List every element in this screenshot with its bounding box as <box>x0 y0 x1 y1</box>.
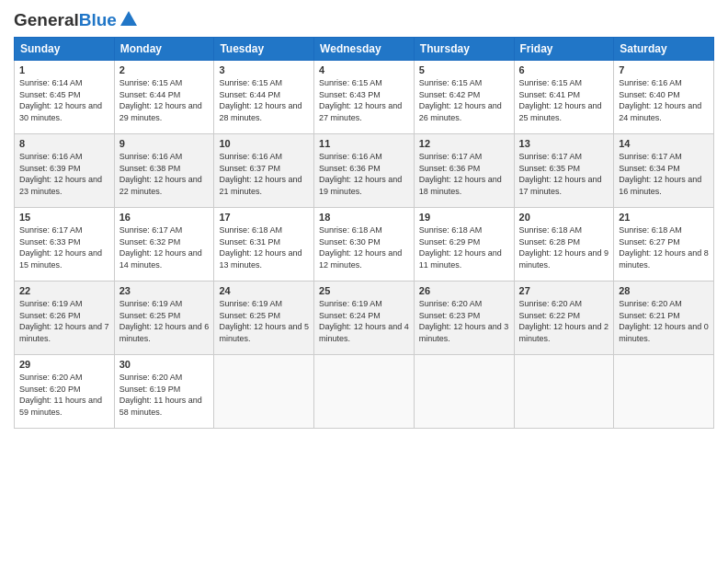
logo: GeneralBlue <box>14 9 139 29</box>
day-number: 19 <box>419 212 509 223</box>
day-number: 15 <box>19 212 109 223</box>
calendar-cell: 15Sunrise: 6:17 AMSunset: 6:33 PMDayligh… <box>15 208 115 282</box>
weekday-header-monday: Monday <box>114 38 214 61</box>
day-info: Sunrise: 6:16 AMSunset: 6:37 PMDaylight:… <box>219 151 309 197</box>
day-number: 3 <box>219 64 309 75</box>
logo-general: General <box>14 10 79 29</box>
calendar-cell <box>214 355 314 429</box>
calendar-cell: 12Sunrise: 6:17 AMSunset: 6:36 PMDayligh… <box>414 134 514 208</box>
calendar-cell: 10Sunrise: 6:16 AMSunset: 6:37 PMDayligh… <box>214 134 314 208</box>
header: GeneralBlue <box>14 9 714 29</box>
calendar-header-row: SundayMondayTuesdayWednesdayThursdayFrid… <box>15 38 714 61</box>
day-info: Sunrise: 6:16 AMSunset: 6:36 PMDaylight:… <box>319 151 409 197</box>
calendar-cell: 7Sunrise: 6:16 AMSunset: 6:40 PMDaylight… <box>614 61 714 134</box>
day-number: 2 <box>119 64 210 75</box>
page: GeneralBlue SundayMondayTuesdayWednesday… <box>0 0 728 563</box>
day-number: 29 <box>19 359 109 370</box>
day-number: 8 <box>19 138 109 149</box>
calendar-cell <box>514 355 614 429</box>
calendar-cell: 24Sunrise: 6:19 AMSunset: 6:25 PMDayligh… <box>214 282 314 355</box>
day-info: Sunrise: 6:17 AMSunset: 6:32 PMDaylight:… <box>119 224 210 270</box>
day-number: 30 <box>119 359 210 370</box>
day-info: Sunrise: 6:19 AMSunset: 6:25 PMDaylight:… <box>119 298 210 344</box>
calendar-cell: 23Sunrise: 6:19 AMSunset: 6:25 PMDayligh… <box>114 282 214 355</box>
day-number: 17 <box>219 212 309 223</box>
weekday-header-saturday: Saturday <box>614 38 714 61</box>
day-number: 11 <box>319 138 409 149</box>
day-number: 21 <box>619 212 709 223</box>
calendar-cell: 26Sunrise: 6:20 AMSunset: 6:23 PMDayligh… <box>414 282 514 355</box>
day-info: Sunrise: 6:15 AMSunset: 6:43 PMDaylight:… <box>319 77 409 123</box>
calendar-cell: 3Sunrise: 6:15 AMSunset: 6:44 PMDaylight… <box>214 61 314 134</box>
day-number: 6 <box>519 64 609 75</box>
day-info: Sunrise: 6:18 AMSunset: 6:31 PMDaylight:… <box>219 224 309 270</box>
calendar-cell: 4Sunrise: 6:15 AMSunset: 6:43 PMDaylight… <box>314 61 415 134</box>
calendar-cell: 17Sunrise: 6:18 AMSunset: 6:31 PMDayligh… <box>214 208 314 282</box>
day-number: 5 <box>419 64 509 75</box>
day-info: Sunrise: 6:15 AMSunset: 6:42 PMDaylight:… <box>419 77 509 123</box>
weekday-header-sunday: Sunday <box>15 38 115 61</box>
calendar-cell: 28Sunrise: 6:20 AMSunset: 6:21 PMDayligh… <box>614 282 714 355</box>
calendar-cell: 30Sunrise: 6:20 AMSunset: 6:19 PMDayligh… <box>114 355 214 429</box>
calendar-week-row: 22Sunrise: 6:19 AMSunset: 6:26 PMDayligh… <box>15 282 714 355</box>
day-info: Sunrise: 6:20 AMSunset: 6:19 PMDaylight:… <box>119 372 210 418</box>
day-info: Sunrise: 6:15 AMSunset: 6:44 PMDaylight:… <box>219 77 309 123</box>
calendar-cell: 8Sunrise: 6:16 AMSunset: 6:39 PMDaylight… <box>15 134 115 208</box>
day-info: Sunrise: 6:19 AMSunset: 6:24 PMDaylight:… <box>319 298 409 344</box>
logo-text: GeneralBlue <box>14 11 117 29</box>
day-info: Sunrise: 6:20 AMSunset: 6:20 PMDaylight:… <box>19 372 109 418</box>
day-info: Sunrise: 6:20 AMSunset: 6:22 PMDaylight:… <box>519 298 609 344</box>
logo-blue: Blue <box>79 10 117 29</box>
day-number: 9 <box>119 138 210 149</box>
day-number: 16 <box>119 212 210 223</box>
day-info: Sunrise: 6:18 AMSunset: 6:27 PMDaylight:… <box>619 224 709 270</box>
calendar-cell: 22Sunrise: 6:19 AMSunset: 6:26 PMDayligh… <box>15 282 115 355</box>
day-info: Sunrise: 6:15 AMSunset: 6:41 PMDaylight:… <box>519 77 609 123</box>
day-number: 13 <box>519 138 609 149</box>
day-number: 24 <box>219 285 309 296</box>
day-info: Sunrise: 6:17 AMSunset: 6:33 PMDaylight:… <box>19 224 109 270</box>
calendar-cell: 16Sunrise: 6:17 AMSunset: 6:32 PMDayligh… <box>114 208 214 282</box>
day-info: Sunrise: 6:20 AMSunset: 6:21 PMDaylight:… <box>619 298 709 344</box>
weekday-header-wednesday: Wednesday <box>314 38 415 61</box>
calendar-cell: 9Sunrise: 6:16 AMSunset: 6:38 PMDaylight… <box>114 134 214 208</box>
calendar-cell: 6Sunrise: 6:15 AMSunset: 6:41 PMDaylight… <box>514 61 614 134</box>
day-number: 1 <box>19 64 109 75</box>
day-info: Sunrise: 6:18 AMSunset: 6:28 PMDaylight:… <box>519 224 609 270</box>
calendar-cell: 19Sunrise: 6:18 AMSunset: 6:29 PMDayligh… <box>414 208 514 282</box>
day-number: 20 <box>519 212 609 223</box>
day-info: Sunrise: 6:15 AMSunset: 6:44 PMDaylight:… <box>119 77 210 123</box>
calendar-cell: 21Sunrise: 6:18 AMSunset: 6:27 PMDayligh… <box>614 208 714 282</box>
calendar-week-row: 1Sunrise: 6:14 AMSunset: 6:45 PMDaylight… <box>15 61 714 134</box>
day-info: Sunrise: 6:19 AMSunset: 6:26 PMDaylight:… <box>19 298 109 344</box>
day-number: 10 <box>219 138 309 149</box>
day-info: Sunrise: 6:17 AMSunset: 6:34 PMDaylight:… <box>619 151 709 197</box>
day-number: 25 <box>319 285 409 296</box>
day-number: 7 <box>619 64 709 75</box>
day-info: Sunrise: 6:17 AMSunset: 6:35 PMDaylight:… <box>519 151 609 197</box>
calendar-week-row: 8Sunrise: 6:16 AMSunset: 6:39 PMDaylight… <box>15 134 714 208</box>
weekday-header-thursday: Thursday <box>414 38 514 61</box>
calendar-cell: 25Sunrise: 6:19 AMSunset: 6:24 PMDayligh… <box>314 282 415 355</box>
calendar-week-row: 29Sunrise: 6:20 AMSunset: 6:20 PMDayligh… <box>15 355 714 429</box>
calendar-week-row: 15Sunrise: 6:17 AMSunset: 6:33 PMDayligh… <box>15 208 714 282</box>
calendar-cell: 2Sunrise: 6:15 AMSunset: 6:44 PMDaylight… <box>114 61 214 134</box>
day-number: 4 <box>319 64 409 75</box>
weekday-header-friday: Friday <box>514 38 614 61</box>
day-info: Sunrise: 6:16 AMSunset: 6:40 PMDaylight:… <box>619 77 709 123</box>
svg-marker-0 <box>120 11 137 26</box>
day-info: Sunrise: 6:18 AMSunset: 6:29 PMDaylight:… <box>419 224 509 270</box>
calendar-cell <box>314 355 415 429</box>
calendar-cell <box>414 355 514 429</box>
calendar-table: SundayMondayTuesdayWednesdayThursdayFrid… <box>14 37 714 429</box>
day-number: 18 <box>319 212 409 223</box>
calendar-cell: 11Sunrise: 6:16 AMSunset: 6:36 PMDayligh… <box>314 134 415 208</box>
day-info: Sunrise: 6:16 AMSunset: 6:38 PMDaylight:… <box>119 151 210 197</box>
day-info: Sunrise: 6:18 AMSunset: 6:30 PMDaylight:… <box>319 224 409 270</box>
calendar-cell: 13Sunrise: 6:17 AMSunset: 6:35 PMDayligh… <box>514 134 614 208</box>
day-info: Sunrise: 6:17 AMSunset: 6:36 PMDaylight:… <box>419 151 509 197</box>
day-number: 12 <box>419 138 509 149</box>
logo-icon <box>119 9 139 29</box>
weekday-header-tuesday: Tuesday <box>214 38 314 61</box>
day-info: Sunrise: 6:20 AMSunset: 6:23 PMDaylight:… <box>419 298 509 344</box>
